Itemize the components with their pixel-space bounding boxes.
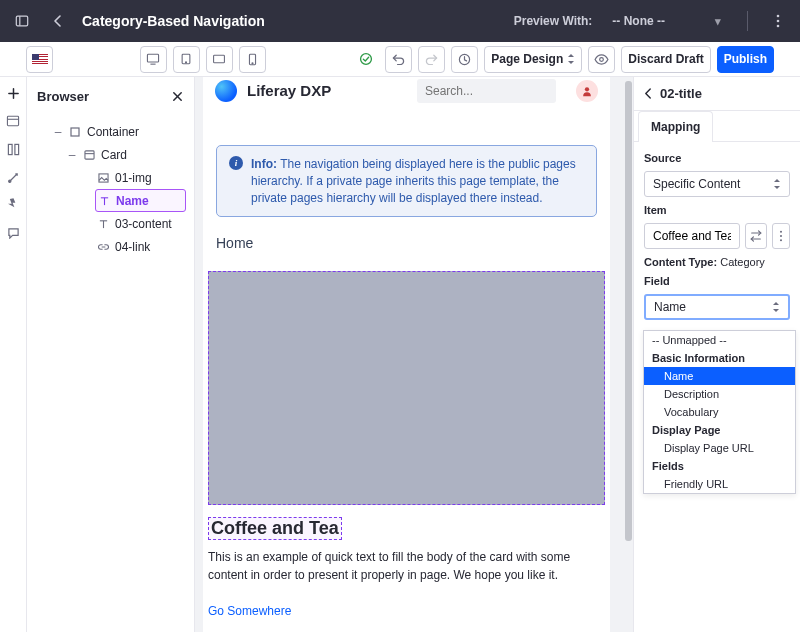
tree-name[interactable]: Name (95, 189, 186, 212)
kebab-menu-icon[interactable] (766, 9, 790, 33)
rail-add-icon[interactable] (5, 85, 21, 101)
svg-marker-15 (568, 61, 574, 64)
chevron-down-icon: ▾ (715, 16, 721, 27)
rail-mapping-icon[interactable] (5, 141, 21, 157)
svg-point-43 (780, 235, 782, 237)
locale-button[interactable] (26, 46, 53, 73)
svg-point-12 (360, 54, 371, 65)
scrollbar-thumb[interactable] (625, 81, 632, 541)
search-field[interactable] (425, 84, 575, 98)
dd-friendly-url[interactable]: Friendly URL (644, 475, 795, 493)
home-link[interactable]: Home (203, 217, 610, 257)
svg-point-8 (186, 62, 187, 63)
collapse-icon[interactable]: – (53, 125, 63, 139)
avatar[interactable] (576, 80, 598, 102)
svg-point-42 (780, 231, 782, 233)
svg-rect-19 (7, 116, 18, 125)
brand-name: Liferay DXP (247, 82, 331, 99)
rail-design-icon[interactable] (5, 169, 21, 185)
panel-toggle-icon[interactable] (10, 9, 34, 33)
back-icon[interactable] (46, 9, 70, 33)
search-input[interactable] (417, 79, 556, 103)
svg-point-37 (585, 87, 589, 91)
remap-button[interactable] (745, 223, 767, 249)
dd-display-page-url[interactable]: Display Page URL (644, 439, 795, 457)
back-icon[interactable] (644, 88, 652, 99)
status-ok-icon[interactable] (352, 46, 379, 73)
page-design-label: Page Design (491, 52, 563, 66)
undo-button[interactable] (385, 46, 412, 73)
preview-with-select[interactable]: -- None -- ▾ (604, 10, 729, 32)
card-link[interactable]: Go Somewhere (208, 604, 291, 618)
dd-unmapped[interactable]: -- Unmapped -- (644, 331, 795, 349)
field-select[interactable]: Name (644, 294, 790, 320)
dd-name[interactable]: Name (644, 367, 795, 385)
brand-logo (215, 80, 237, 102)
item-input[interactable] (644, 223, 740, 249)
info-text: The navigation being displayed here is t… (251, 157, 576, 205)
viewport-tablet-button[interactable] (173, 46, 200, 73)
svg-point-4 (777, 25, 780, 28)
page-title: Category-Based Navigation (82, 13, 502, 29)
preview-with-label: Preview With: (514, 14, 593, 28)
scrollbar[interactable] (625, 81, 632, 628)
inspector-panel: 02-title Mapping Source Specific Content… (633, 77, 800, 632)
topbar: Category-Based Navigation Preview With: … (0, 0, 800, 42)
card-text: This is an example of quick text to fill… (208, 548, 605, 584)
close-icon[interactable] (171, 90, 184, 103)
item-field[interactable] (653, 229, 731, 243)
redo-button[interactable] (418, 46, 445, 73)
tab-mapping[interactable]: Mapping (638, 111, 713, 142)
viewport-desktop-button[interactable] (140, 46, 167, 73)
field-dropdown[interactable]: -- Unmapped -- Basic Information Name De… (643, 330, 796, 494)
content-type-value: Category (720, 256, 765, 268)
dd-description[interactable]: Description (644, 385, 795, 403)
inspector-header: 02-title (634, 77, 800, 111)
svg-rect-30 (98, 173, 107, 181)
svg-point-23 (8, 180, 10, 182)
tree-03-content[interactable]: 03-content (95, 212, 186, 235)
text-icon (98, 196, 110, 206)
discard-draft-button[interactable]: Discard Draft (621, 46, 710, 73)
separator (747, 11, 748, 31)
info-icon: i (229, 156, 243, 170)
svg-point-2 (777, 15, 780, 18)
discard-draft-label: Discard Draft (628, 52, 703, 66)
source-select[interactable]: Specific Content (644, 171, 790, 197)
dd-display-page: Display Page (644, 421, 795, 439)
tool-rail (0, 77, 27, 632)
tree-04-link[interactable]: 04-link (95, 235, 186, 258)
preview-button[interactable] (588, 46, 615, 73)
browser-panel: Browser – Container – Card 01-img (27, 77, 195, 632)
svg-rect-28 (84, 150, 93, 158)
rail-browser-icon[interactable] (5, 113, 21, 129)
svg-rect-0 (16, 16, 27, 26)
dd-vocabulary[interactable]: Vocabulary (644, 403, 795, 421)
collapse-icon[interactable]: – (67, 148, 77, 162)
svg-rect-21 (8, 144, 12, 154)
tree-container[interactable]: – Container (51, 120, 186, 143)
browser-title: Browser (37, 89, 89, 104)
item-kebab-button[interactable] (772, 223, 790, 249)
canvas: Liferay DXP i Info: The navigation being… (195, 77, 633, 632)
svg-rect-22 (14, 144, 18, 154)
viewport-phone-button[interactable] (239, 46, 266, 73)
card-title[interactable]: Coffee and Tea (208, 517, 342, 540)
viewport-landscape-button[interactable] (206, 46, 233, 73)
rail-rules-icon[interactable] (5, 197, 21, 213)
tree-01-img[interactable]: 01-img (95, 166, 186, 189)
content-type-row: Content Type: Category (644, 256, 790, 268)
page-design-button[interactable]: Page Design (484, 46, 582, 73)
info-text-wrap: Info: The navigation being displayed her… (251, 156, 584, 206)
card-hero-image[interactable] (208, 271, 605, 505)
history-button[interactable] (451, 46, 478, 73)
svg-marker-14 (568, 54, 574, 57)
tree-04-link-label: 04-link (115, 240, 150, 254)
square-icon (69, 127, 81, 137)
publish-button[interactable]: Publish (717, 46, 774, 73)
tree-card[interactable]: – Card (65, 143, 186, 166)
info-label: Info: (251, 157, 277, 171)
rail-comments-icon[interactable] (5, 225, 21, 241)
page-chrome: Liferay DXP (203, 77, 610, 104)
workspace: Browser – Container – Card 01-img (0, 77, 800, 632)
